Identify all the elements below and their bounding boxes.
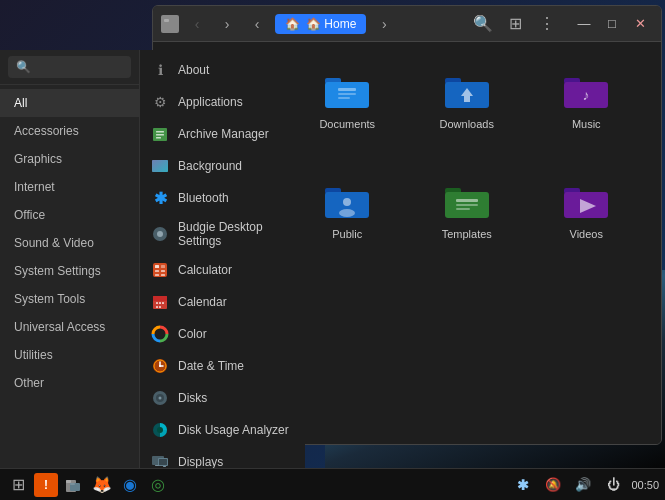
music-folder-icon: ♪ (562, 70, 610, 112)
svg-rect-51 (162, 302, 164, 304)
taskbar-notifications[interactable]: 🔕 (541, 473, 565, 497)
sidebar-item-utilities[interactable]: Utilities (0, 341, 139, 369)
taskbar-firefox-icon[interactable]: 🦊 (90, 473, 114, 497)
sidebar-item-universal-access[interactable]: Universal Access (0, 313, 139, 341)
taskbar-app6-icon[interactable]: ◎ (146, 473, 170, 497)
svg-point-22 (343, 198, 351, 206)
home-button[interactable]: 🏠 🏠 Home (275, 14, 366, 34)
menu-item-bluetooth[interactable]: ✱ Bluetooth (140, 182, 305, 214)
downloads-label: Downloads (440, 118, 494, 130)
close-button[interactable]: ✕ (627, 11, 653, 37)
videos-folder-icon (562, 180, 610, 222)
menu-item-applications[interactable]: ⚙ Applications (140, 86, 305, 118)
search-button[interactable]: 🔍 (469, 10, 497, 38)
calculator-label: Calculator (178, 263, 232, 277)
sidebar-item-internet[interactable]: Internet (0, 173, 139, 201)
menu-item-disk-usage[interactable]: Disk Usage Analyzer (140, 414, 305, 446)
sidebar-item-all[interactable]: All (0, 89, 139, 117)
svg-rect-44 (161, 270, 165, 272)
bluetooth-label: Bluetooth (178, 191, 229, 205)
taskbar-files-icon[interactable] (62, 473, 86, 497)
menu-item-budgie-desktop[interactable]: Budgie Desktop Settings (140, 214, 305, 254)
svg-rect-43 (155, 270, 159, 272)
sidebar-item-system-tools[interactable]: System Tools (0, 285, 139, 313)
date-time-label: Date & Time (178, 359, 244, 373)
window-controls: — □ ✕ (571, 11, 653, 37)
titlebar: ‹ › ‹ 🏠 🏠 Home › 🔍 ⊞ ⋮ — □ ✕ (153, 6, 661, 42)
file-item-music[interactable]: ♪ Music (532, 62, 642, 162)
menu-item-calculator[interactable]: Calculator (140, 254, 305, 286)
minimize-button[interactable]: — (571, 11, 597, 37)
public-label: Public (332, 228, 362, 240)
search-input[interactable] (37, 60, 123, 74)
taskbar-app-grid[interactable]: ⊞ (6, 473, 30, 497)
background-icon (150, 156, 170, 176)
menu-item-date-time[interactable]: Date & Time (140, 350, 305, 382)
svg-rect-34 (156, 134, 164, 136)
calculator-icon (150, 260, 170, 280)
search-icon: 🔍 (16, 60, 31, 74)
svg-rect-9 (338, 97, 350, 99)
sidebar-item-sound-video[interactable]: Sound & Video (0, 229, 139, 257)
menu-item-calendar[interactable]: Calendar (140, 286, 305, 318)
svg-rect-45 (155, 274, 159, 276)
sidebar-item-other[interactable]: Other (0, 369, 139, 397)
menu-item-about[interactable]: ℹ About (140, 54, 305, 86)
file-item-templates[interactable]: Templates (412, 172, 522, 272)
svg-rect-53 (159, 306, 161, 308)
menu-item-disks[interactable]: Disks (140, 382, 305, 414)
sidebar-item-accessories[interactable]: Accessories (0, 117, 139, 145)
svg-rect-50 (159, 302, 161, 304)
svg-rect-69 (163, 466, 166, 467)
menu-item-background[interactable]: Background (140, 150, 305, 182)
taskbar-package-icon[interactable]: ! (34, 473, 58, 497)
taskbar-time: 00:50 (631, 479, 659, 491)
back-button[interactable]: ‹ (185, 12, 209, 36)
svg-rect-52 (156, 306, 158, 308)
prev-location-button[interactable]: ‹ (245, 12, 269, 36)
file-item-documents[interactable]: Documents (293, 62, 403, 162)
file-item-downloads[interactable]: Downloads (412, 62, 522, 162)
menu-item-color[interactable]: Color (140, 318, 305, 350)
taskbar-app5-icon[interactable]: ◉ (118, 473, 142, 497)
taskbar-volume[interactable]: 🔊 (571, 473, 595, 497)
taskbar-left: ⊞ ! 🦊 ◉ ◎ (6, 473, 170, 497)
about-label: About (178, 63, 209, 77)
disk-usage-icon (150, 420, 170, 440)
svg-rect-27 (456, 204, 478, 206)
budgie-desktop-icon (150, 224, 170, 244)
sidebar-item-office[interactable]: Office (0, 201, 139, 229)
taskbar-bluetooth[interactable]: ✱ (511, 473, 535, 497)
date-time-icon (150, 356, 170, 376)
search-wrapper[interactable]: 🔍 (8, 56, 131, 78)
disks-icon (150, 388, 170, 408)
view-toggle-button[interactable]: ⊞ (501, 10, 529, 38)
sidebar-item-system-settings[interactable]: System Settings (0, 257, 139, 285)
public-folder-icon (323, 180, 371, 222)
about-icon: ℹ (150, 60, 170, 80)
templates-folder-icon (443, 180, 491, 222)
forward-button[interactable]: › (215, 12, 239, 36)
svg-point-23 (339, 209, 355, 217)
next-location-button[interactable]: › (372, 12, 396, 36)
documents-folder-icon (323, 70, 371, 112)
svg-rect-37 (152, 160, 168, 172)
taskbar: ⊞ ! 🦊 ◉ ◎ ✱ 🔕 🔊 ⏻ 00:50 (0, 468, 665, 500)
file-item-public[interactable]: Public (293, 172, 403, 272)
svg-rect-7 (338, 88, 356, 91)
home-icon: 🏠 (285, 17, 300, 31)
sidebar-item-graphics[interactable]: Graphics (0, 145, 139, 173)
svg-rect-68 (155, 465, 159, 466)
templates-label: Templates (442, 228, 492, 240)
music-label: Music (572, 118, 601, 130)
taskbar-power[interactable]: ⏻ (601, 473, 625, 497)
svg-rect-1 (164, 19, 169, 22)
menu-button[interactable]: ⋮ (533, 10, 561, 38)
maximize-button[interactable]: □ (599, 11, 625, 37)
menu-left-panel: 🔍 All Accessories Graphics Internet Offi… (0, 50, 140, 500)
downloads-folder-icon (443, 70, 491, 112)
menu-item-archive-manager[interactable]: Archive Manager (140, 118, 305, 150)
svg-rect-67 (159, 459, 167, 465)
file-item-videos[interactable]: Videos (532, 172, 642, 272)
svg-rect-28 (456, 208, 470, 210)
